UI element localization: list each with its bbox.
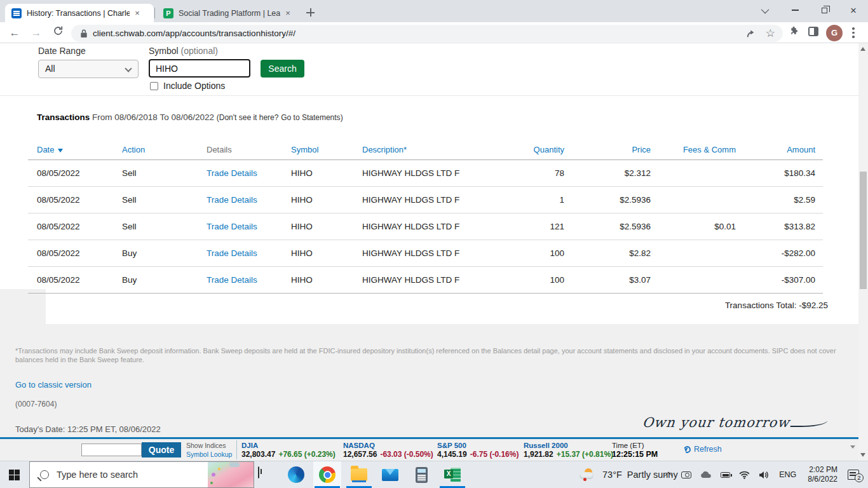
taskbar-search[interactable]: Type here to search xyxy=(29,461,254,488)
forward-button[interactable]: → xyxy=(28,25,44,41)
side-panel-icon[interactable] xyxy=(808,27,818,36)
col-amount[interactable]: Amount xyxy=(736,145,818,154)
scroll-up-arrow[interactable] xyxy=(860,47,865,51)
trade-details-link[interactable]: Trade Details xyxy=(207,168,257,178)
col-date[interactable]: Date xyxy=(28,145,122,154)
col-price[interactable]: Price xyxy=(564,145,651,154)
filter-divider xyxy=(0,95,858,96)
index-change: +76.65 (+0.23%) xyxy=(278,450,335,459)
url-text: client.schwab.com/app/accounts/transacti… xyxy=(93,29,746,38)
transactions-total-value: -$92.25 xyxy=(799,301,828,310)
col-fees[interactable]: Fees & Comm xyxy=(651,145,736,154)
index-value: 1,921.82 xyxy=(524,450,553,459)
index-name[interactable]: NASDAQ xyxy=(343,441,433,450)
bookmark-star-icon[interactable]: ☆ xyxy=(766,27,775,40)
index-change: -63.03 (-0.50%) xyxy=(380,450,433,459)
search-highlight-art[interactable] xyxy=(208,461,254,488)
window-minimize-button[interactable] xyxy=(780,0,810,20)
trade-details-link[interactable]: Trade Details xyxy=(207,275,257,285)
tab-schwab-history[interactable]: History: Transactions | Charles Sc × xyxy=(5,4,154,22)
taskbar-calculator-button[interactable] xyxy=(407,461,435,488)
cell-price: $2.5936 xyxy=(564,222,651,231)
taskbar-mail-button[interactable] xyxy=(376,461,404,488)
col-quantity[interactable]: Quantity xyxy=(515,145,564,154)
show-indices-label[interactable]: Show Indices xyxy=(186,442,226,449)
action-center-button[interactable]: 2 xyxy=(848,470,859,480)
symbol-input[interactable] xyxy=(149,59,250,78)
quote-symbol-input[interactable] xyxy=(81,444,142,456)
taskbar-file-explorer-button[interactable] xyxy=(345,461,373,488)
window-restore-button[interactable] xyxy=(810,0,839,20)
task-view-button[interactable] xyxy=(258,467,272,482)
weather-temp: 73°F xyxy=(602,470,622,480)
cell-symbol: HIHO xyxy=(291,195,362,205)
go-to-statements-link[interactable]: Go to Statements xyxy=(281,113,340,122)
tab-search-button[interactable] xyxy=(751,0,780,20)
share-icon[interactable] xyxy=(746,28,757,39)
tray-expand-button[interactable] xyxy=(667,472,672,478)
vertical-scrollbar[interactable] xyxy=(858,43,868,461)
profile-avatar[interactable]: G xyxy=(826,25,843,41)
language-indicator[interactable]: ENG xyxy=(779,470,796,479)
taskbar-chrome-button[interactable] xyxy=(313,461,341,488)
index-name[interactable]: DJIA xyxy=(241,441,336,450)
meet-now-button[interactable] xyxy=(681,471,691,478)
cell-description: HIGHWAY HLDGS LTD F xyxy=(362,222,515,231)
reload-button[interactable] xyxy=(50,25,66,41)
start-button[interactable] xyxy=(9,470,20,480)
symbol-label: Symbol (optional) xyxy=(149,46,218,56)
trade-details-link[interactable]: Trade Details xyxy=(207,195,257,205)
index-quote: S&P 5004,145.19-6.75 (-0.16%) xyxy=(437,441,519,459)
ticker-divider xyxy=(236,440,237,459)
tab-close-icon[interactable]: × xyxy=(132,8,142,18)
index-name[interactable]: Russell 2000 xyxy=(524,441,613,450)
index-name[interactable]: S&P 500 xyxy=(437,441,519,450)
cell-symbol: HIHO xyxy=(291,275,362,285)
back-button[interactable]: ← xyxy=(6,25,23,41)
extensions-button[interactable] xyxy=(788,26,799,39)
tab-close-icon[interactable]: × xyxy=(283,8,293,18)
cell-action: Sell xyxy=(122,168,207,178)
include-options-checkbox[interactable] xyxy=(150,82,158,90)
taskbar-excel-button[interactable]: X xyxy=(438,461,466,488)
col-description[interactable]: Description* xyxy=(362,145,515,154)
battery-button[interactable] xyxy=(721,472,730,478)
col-symbol[interactable]: Symbol xyxy=(291,145,362,154)
date-range-select[interactable]: All xyxy=(38,60,139,78)
ticker-collapse-arrow[interactable] xyxy=(850,445,855,449)
onedrive-button[interactable] xyxy=(700,471,712,478)
cell-description: HIGHWAY HLDGS LTD F xyxy=(362,168,515,178)
search-button[interactable]: Search xyxy=(261,60,304,78)
cell-amount: -$282.00 xyxy=(736,248,818,258)
trade-details-link[interactable]: Trade Details xyxy=(207,248,257,258)
cloud-icon xyxy=(700,471,712,478)
address-bar[interactable]: client.schwab.com/app/accounts/transacti… xyxy=(71,25,783,42)
ticker-time: Time (ET) 12:25:15 PM xyxy=(612,441,658,459)
wifi-icon xyxy=(739,471,750,479)
symbol-lookup-link[interactable]: Symbol Lookup xyxy=(186,451,232,458)
window-close-button[interactable]: × xyxy=(839,0,868,20)
scroll-down-arrow[interactable] xyxy=(860,453,865,457)
network-button[interactable] xyxy=(739,471,750,479)
taskbar-edge-button[interactable] xyxy=(282,461,310,488)
tab-title: History: Transactions | Charles Sc xyxy=(27,9,130,18)
quote-button[interactable]: Quote xyxy=(142,442,181,458)
classic-version-link[interactable]: Go to classic version xyxy=(15,380,92,390)
minimize-icon xyxy=(792,10,799,11)
browser-toolbar: ← → client.schwab.com/app/accounts/trans… xyxy=(0,22,868,43)
clock-date: 8/6/2022 xyxy=(808,475,837,484)
tab-social-trading[interactable]: P Social Trading Platform | Learn to × xyxy=(157,4,298,22)
scrollbar-thumb[interactable] xyxy=(860,172,867,289)
include-options-label: Include Options xyxy=(163,81,225,91)
col-action[interactable]: Action xyxy=(122,145,207,154)
task-view-icon xyxy=(258,466,259,478)
cell-amount: -$307.00 xyxy=(736,275,818,285)
volume-button[interactable] xyxy=(759,471,770,479)
file-explorer-icon xyxy=(351,468,367,481)
taskbar-clock[interactable]: 2:02 PM 8/6/2022 xyxy=(808,465,837,484)
refresh-button[interactable]: Refresh xyxy=(684,445,722,454)
cell-date: 08/05/2022 xyxy=(28,195,122,205)
new-tab-button[interactable] xyxy=(304,6,318,20)
browser-menu-button[interactable] xyxy=(852,27,855,39)
trade-details-link[interactable]: Trade Details xyxy=(207,222,257,231)
